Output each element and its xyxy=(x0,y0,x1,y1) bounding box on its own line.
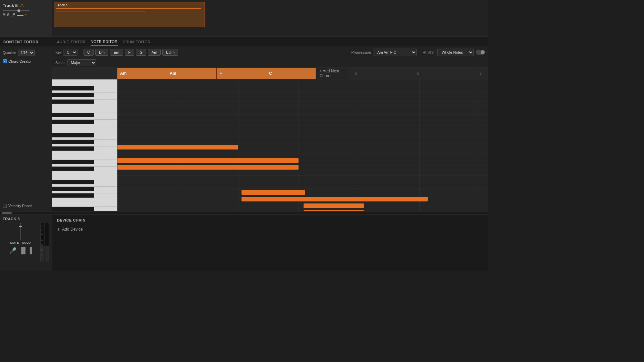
note-bar-3[interactable] xyxy=(241,190,305,195)
content-editor-section: CONTENT EDITOR AUDIO EDITOR NOTE EDITOR … xyxy=(0,37,488,47)
scrollbar-thumb[interactable] xyxy=(2,212,12,214)
quantize-row: Quantize 1/16 1/8 1/4 xyxy=(3,50,49,56)
horizontal-scrollbar[interactable] xyxy=(0,211,488,215)
level-meter-left: 8 12 18 24 34 44 54 xyxy=(40,223,44,261)
piano-key-E4[interactable] xyxy=(52,153,117,160)
piano-key-Gb3[interactable] xyxy=(52,193,94,198)
tab-audio-editor[interactable]: AUDIO EDITOR xyxy=(57,39,86,45)
piano-key-B5[interactable] xyxy=(52,79,117,86)
track-name: Track 5 xyxy=(3,3,18,8)
mouse-cursor xyxy=(413,150,416,153)
scale-row: Scale Major Minor Dorian Pentatonic xyxy=(52,58,488,68)
solo-button[interactable]: S xyxy=(7,13,9,17)
quantize-select[interactable]: 1/16 1/8 1/4 xyxy=(18,50,35,56)
measure-7: 7 xyxy=(480,71,482,75)
track-clip-waveform-main xyxy=(56,8,201,9)
piano-key-Bb3[interactable] xyxy=(52,180,94,184)
chord-block-C[interactable]: C xyxy=(266,68,316,79)
add-next-chord-button[interactable]: + Add Next Chord xyxy=(316,68,348,79)
chord-btn-Bdim[interactable]: Bdim xyxy=(162,49,178,56)
piano-key-Eb3[interactable] xyxy=(52,207,94,211)
tab-drum-editor[interactable]: DRUM EDITOR xyxy=(123,39,151,45)
chord-block-Am2[interactable]: Am xyxy=(167,68,217,79)
scale-select[interactable]: Major Minor Dorian Pentatonic xyxy=(67,59,96,66)
add-device-label: Add Device xyxy=(62,227,83,232)
chord-block-Am1[interactable]: Am xyxy=(117,68,167,79)
chord-controls: Key C D E F G A B C Dm Em F G Am Bdim xyxy=(52,47,488,58)
piano-key-E3[interactable] xyxy=(52,200,117,207)
level-mark-24: 24 xyxy=(41,239,43,242)
note-grid[interactable] xyxy=(117,79,488,211)
scale-label: Scale xyxy=(55,61,65,65)
eq-button[interactable]: ▬▬ xyxy=(17,13,23,17)
record-button[interactable]: 🎤 xyxy=(11,13,15,17)
chord-btn-G[interactable]: G xyxy=(136,49,146,56)
level-mark-8: 8 xyxy=(42,225,43,227)
piano-key-Ab4[interactable] xyxy=(52,140,94,144)
note-bar-0[interactable] xyxy=(117,145,238,149)
chord-btn-Am[interactable]: Am xyxy=(148,49,161,56)
device-chain-section: TRACK 5 MUTE SOLO 🎤 ▐▌▐ xyxy=(0,215,488,271)
chord-block-label-Am2: Am xyxy=(170,71,176,76)
chord-btn-C[interactable]: C xyxy=(84,49,94,56)
toggle-knob xyxy=(481,50,485,54)
piano-key-Ab3[interactable] xyxy=(52,187,94,191)
tab-note-editor[interactable]: NOTE EDITOR xyxy=(91,38,117,46)
piano-key-Bb4[interactable] xyxy=(52,133,94,137)
note-bar-5[interactable] xyxy=(304,203,364,208)
track-slider-thumb xyxy=(17,9,20,12)
chord-btn-F[interactable]: F xyxy=(125,49,135,56)
mute-button[interactable]: M xyxy=(3,13,5,17)
solo-btn[interactable]: SOLO xyxy=(22,241,31,244)
chord-creator-checkbox[interactable]: ✓ xyxy=(3,59,7,63)
track-clip[interactable]: Track 5 xyxy=(54,2,205,27)
level-mark-54: 54 xyxy=(41,253,43,256)
measure-numbers: 5 6 7 xyxy=(348,68,488,79)
piano-key-Ab5[interactable] xyxy=(52,93,94,97)
left-sidebar: Quantize 1/16 1/8 1/4 ✓ Chord Creator Ve… xyxy=(0,47,52,211)
note-bar-4[interactable] xyxy=(241,197,428,201)
quantize-label: Quantize xyxy=(3,51,16,55)
vertical-slider[interactable] xyxy=(20,223,21,240)
note-bar-6[interactable] xyxy=(304,210,364,211)
track-slider[interactable] xyxy=(3,10,30,11)
chord-btn-Dm[interactable]: Dm xyxy=(95,49,108,56)
note-bar-1[interactable] xyxy=(117,158,299,163)
track-controls: M S 🎤 ▬▬ ~ xyxy=(3,13,49,17)
rhythm-toggle[interactable] xyxy=(476,50,485,55)
velocity-panel-label: Velocity Panel xyxy=(8,204,32,208)
chord-creator-label: Chord Creator xyxy=(8,59,32,63)
mute-btn[interactable]: MUTE xyxy=(10,241,19,244)
track5-record-icon[interactable]: 🎤 xyxy=(9,247,16,254)
piano-key-Db5[interactable] xyxy=(52,120,94,124)
track5-eq-icon[interactable]: ▐▌▐ xyxy=(19,247,32,254)
add-device-button[interactable]: + Add Device xyxy=(57,226,483,232)
device-chain-header: DEVICE CHAIN xyxy=(57,218,483,222)
rhythm-select[interactable]: Whole Notes Half Notes Quarter Notes xyxy=(437,49,474,56)
piano-key-B4[interactable] xyxy=(52,126,117,133)
velocity-panel-row: Velocity Panel xyxy=(3,204,32,208)
track5-section: TRACK 5 MUTE SOLO 🎤 ▐▌▐ xyxy=(0,215,52,271)
chord-block-F[interactable]: F xyxy=(217,68,266,79)
piano-key-Eb5[interactable] xyxy=(52,113,94,117)
piano-key-B3[interactable] xyxy=(52,173,117,180)
checkbox-check-icon: ✓ xyxy=(3,60,6,63)
note-bar-2[interactable] xyxy=(117,165,299,170)
piano-roll: C4 C3 xyxy=(52,79,117,211)
piano-key-Bb5[interactable] xyxy=(52,86,94,90)
content-editor-label: CONTENT EDITOR xyxy=(0,40,52,44)
rhythm-section: Rhythm Whole Notes Half Notes Quarter No… xyxy=(423,49,485,56)
key-select[interactable]: C D E F G A B xyxy=(63,49,77,56)
piano-key-E5[interactable] xyxy=(52,106,117,113)
chord-btn-Em[interactable]: Em xyxy=(110,49,123,56)
piano-wrapper: C4 C3 xyxy=(52,79,117,211)
track-slider-row xyxy=(3,10,49,11)
automation-button[interactable]: ~ xyxy=(25,13,27,17)
progression-select[interactable]: Am Am F C xyxy=(373,49,417,56)
velocity-panel-checkbox[interactable] xyxy=(3,204,7,208)
piano-key-Eb4[interactable] xyxy=(52,160,94,164)
piano-key-Db4[interactable] xyxy=(52,167,94,171)
add-device-plus-icon: + xyxy=(57,226,60,232)
piano-key-Gb5[interactable] xyxy=(52,100,94,104)
piano-key-Gb4[interactable] xyxy=(52,146,94,151)
